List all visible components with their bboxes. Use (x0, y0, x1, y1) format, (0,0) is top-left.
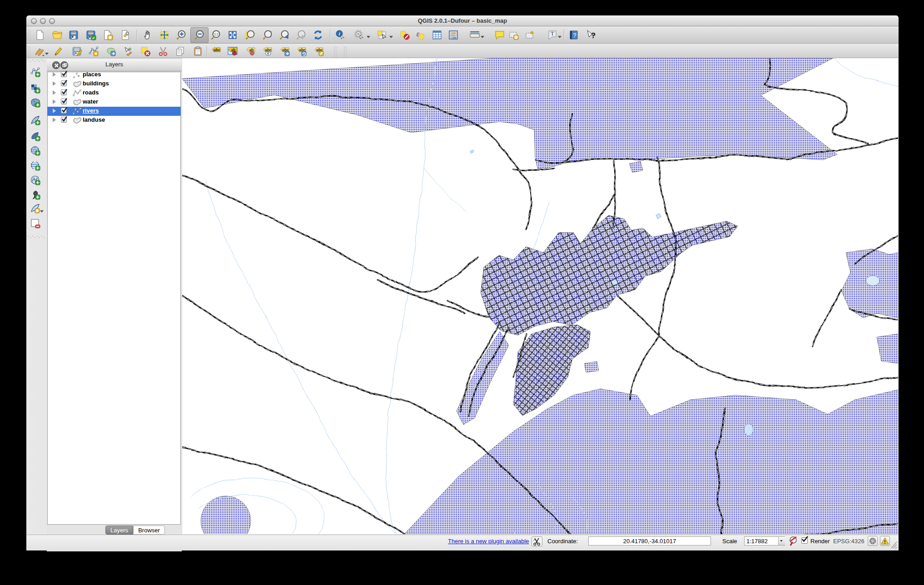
svg-text:ε: ε (417, 30, 420, 38)
svg-text:1:1: 1:1 (214, 33, 219, 36)
svg-text:T: T (551, 30, 554, 37)
svg-text:abc: abc (214, 48, 220, 52)
svg-text:?: ? (573, 32, 576, 39)
svg-text:?: ? (591, 31, 596, 40)
svg-text:abc: abc (265, 48, 272, 52)
